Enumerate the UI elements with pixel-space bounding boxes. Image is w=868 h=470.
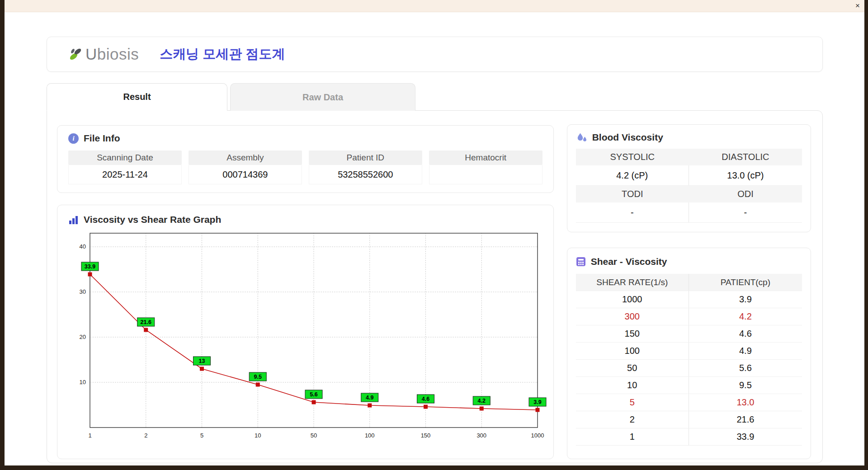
patient-viscosity-cell: 3.9 xyxy=(689,291,802,308)
file-info-header: i File Info xyxy=(68,133,542,144)
field-value: 2025-11-24 xyxy=(68,165,182,184)
patient-viscosity-cell: 4.2 xyxy=(689,308,802,325)
bv-header-cell: SYSTOLIC xyxy=(576,149,689,165)
graph-card: Viscosity vs Shear Rate Graph 1020304012… xyxy=(57,205,554,459)
shear-rate-cell: 1000 xyxy=(576,291,689,308)
file-info-field: Scanning Date 2025-11-24 xyxy=(68,150,182,184)
bv-header-cell: TODI xyxy=(576,186,689,202)
blood-viscosity-header-row: SYSTOLIC DIASTOLIC xyxy=(576,149,802,165)
svg-text:300: 300 xyxy=(476,432,486,439)
blood-viscosity-header-row: TODI ODI xyxy=(576,186,802,202)
tab-raw-data[interactable]: Raw Data xyxy=(230,83,415,111)
bv-value-cell: - xyxy=(576,202,689,222)
blood-viscosity-header: Blood Viscosity xyxy=(567,132,811,143)
blood-viscosity-table: SYSTOLIC DIASTOLIC 4.2 (cP) 13.0 (cP) TO… xyxy=(576,149,802,223)
shear-viscosity-title: Shear - Viscosity xyxy=(591,256,667,267)
patient-viscosity-cell: 5.6 xyxy=(689,360,802,376)
logo-text-rest: biosis xyxy=(97,45,139,63)
info-icon: i xyxy=(68,133,79,144)
patient-viscosity-cell: 21.6 xyxy=(689,411,802,428)
file-info-field: Hematocrit xyxy=(429,150,542,184)
patient-column-header: PATIENT(cp) xyxy=(689,274,802,291)
svg-text:33.9: 33.9 xyxy=(85,263,95,270)
svg-text:21.6: 21.6 xyxy=(141,319,151,325)
app-header: Ubiosis 스캐닝 모세관 점도계 xyxy=(47,37,823,72)
right-column: Blood Viscosity SYSTOLIC DIASTOLIC 4.2 (… xyxy=(567,124,811,459)
svg-text:1000: 1000 xyxy=(531,432,544,439)
file-info-card: i File Info Scanning Date 2025-11-24 Ass… xyxy=(57,125,554,193)
shear-table-row: 2 21.6 xyxy=(576,411,802,428)
window-titlebar: × xyxy=(5,0,864,12)
blood-viscosity-value-row: - - xyxy=(576,202,802,223)
file-info-title: File Info xyxy=(84,133,120,144)
svg-text:5.6: 5.6 xyxy=(310,391,317,398)
svg-text:1: 1 xyxy=(88,432,91,439)
shear-table-row: 10 9.5 xyxy=(576,377,802,394)
shear-rate-cell: 2 xyxy=(576,411,689,428)
shear-table-row: 300 4.2 xyxy=(576,308,802,325)
result-panel: i File Info Scanning Date 2025-11-24 Ass… xyxy=(47,110,823,463)
shear-viscosity-table: SHEAR RATE(1/s) PATIENT(cp) 1000 3.9 300… xyxy=(576,274,802,446)
patient-viscosity-cell: 4.6 xyxy=(689,325,802,342)
file-info-field: Patient ID 53258552600 xyxy=(309,150,422,184)
shear-table-row: 1000 3.9 xyxy=(576,291,802,308)
tab-result[interactable]: Result xyxy=(47,83,227,111)
field-value: 000714369 xyxy=(189,165,302,184)
shear-table-row: 5 13.0 xyxy=(576,394,802,411)
shear-table-row: 100 4.9 xyxy=(576,343,802,360)
shear-rate-cell: 1 xyxy=(576,428,689,445)
logo-text: Ubiosis xyxy=(85,45,139,63)
graph-title: Viscosity vs Shear Rate Graph xyxy=(84,214,221,225)
logo-text-u: U xyxy=(85,45,97,63)
field-value xyxy=(429,165,542,184)
file-info-fields: Scanning Date 2025-11-24 Assembly 000714… xyxy=(68,150,542,184)
svg-text:2: 2 xyxy=(144,432,147,439)
blood-viscosity-card: Blood Viscosity SYSTOLIC DIASTOLIC 4.2 (… xyxy=(567,124,811,232)
shear-rate-cell: 50 xyxy=(576,360,689,376)
shear-table-header-row: SHEAR RATE(1/s) PATIENT(cp) xyxy=(576,274,802,291)
file-info-field: Assembly 000714369 xyxy=(189,150,302,184)
shear-table-row: 1 33.9 xyxy=(576,428,802,446)
field-label: Patient ID xyxy=(309,150,422,165)
svg-text:20: 20 xyxy=(80,334,86,340)
viscosity-shear-chart: 102030401251050100150300100033.921.6139.… xyxy=(68,230,547,442)
svg-text:10: 10 xyxy=(255,432,261,439)
svg-text:10: 10 xyxy=(80,379,86,385)
blood-viscosity-title: Blood Viscosity xyxy=(592,132,663,143)
field-label: Hematocrit xyxy=(429,150,542,165)
svg-text:13: 13 xyxy=(199,358,205,364)
patient-viscosity-cell: 4.9 xyxy=(689,343,802,359)
svg-text:5: 5 xyxy=(200,432,203,439)
patient-viscosity-cell: 9.5 xyxy=(689,377,802,394)
bv-header-cell: ODI xyxy=(689,186,802,202)
shear-rate-cell: 5 xyxy=(576,394,689,411)
bv-value-cell: - xyxy=(689,202,802,222)
shear-table-row: 50 5.6 xyxy=(576,360,802,377)
shear-rate-cell: 300 xyxy=(576,308,689,325)
tab-bar: Result Raw Data xyxy=(47,83,823,111)
field-label: Scanning Date xyxy=(68,150,182,165)
app-title: 스캐닝 모세관 점도계 xyxy=(160,45,285,63)
svg-text:50: 50 xyxy=(311,432,317,439)
field-label: Assembly xyxy=(189,150,302,165)
field-value: 53258552600 xyxy=(309,165,422,184)
svg-text:30: 30 xyxy=(80,288,86,295)
svg-text:40: 40 xyxy=(80,243,86,250)
water-drops-icon xyxy=(576,132,587,143)
app-window: × Ubiosis 스캐닝 모세관 점도계 Result Raw Data i … xyxy=(5,0,864,465)
svg-text:4.2: 4.2 xyxy=(478,398,486,404)
shear-rate-cell: 10 xyxy=(576,377,689,394)
graph-header: Viscosity vs Shear Rate Graph xyxy=(68,214,549,225)
shear-viscosity-header: Shear - Viscosity xyxy=(567,256,811,267)
window-close-button[interactable]: × xyxy=(855,1,860,11)
bar-chart-icon xyxy=(68,215,79,225)
bv-header-cell: DIASTOLIC xyxy=(689,149,802,165)
patient-viscosity-cell: 33.9 xyxy=(689,428,802,445)
svg-text:150: 150 xyxy=(421,432,431,439)
ubiosis-logo: Ubiosis xyxy=(68,45,139,63)
bv-value-cell: 13.0 (cP) xyxy=(689,165,802,185)
svg-text:4.6: 4.6 xyxy=(422,396,429,402)
leaf-logo-icon xyxy=(68,47,84,61)
blood-viscosity-value-row: 4.2 (cP) 13.0 (cP) xyxy=(576,165,802,186)
left-column: i File Info Scanning Date 2025-11-24 Ass… xyxy=(57,125,554,459)
